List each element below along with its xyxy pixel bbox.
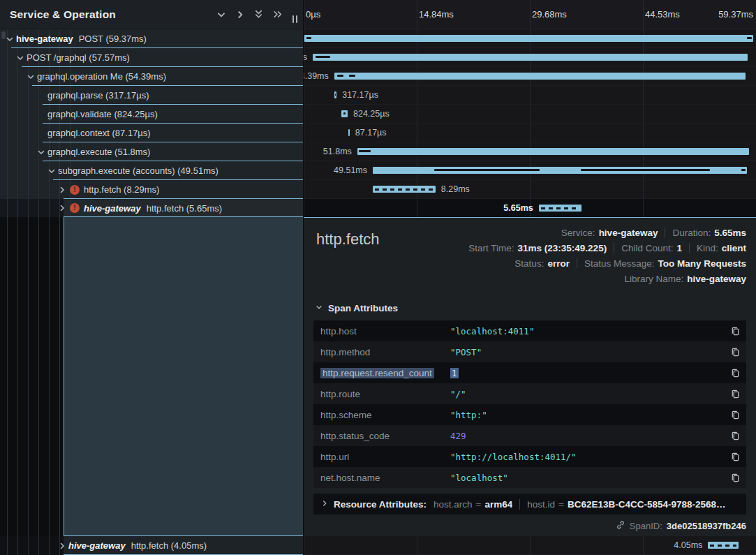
- attribute-key: http.request.resend_count: [320, 368, 434, 378]
- timeline-row[interactable]: 59.37ms: [304, 29, 756, 48]
- timeline-panel: 0µs14.84ms29.68ms44.53ms59.37ms 59.37ms5…: [304, 0, 756, 555]
- metadata-line: Status:errorStatus Message:Too Many Requ…: [514, 256, 746, 271]
- copy-icon[interactable]: [727, 473, 743, 483]
- attribute-key: net.host.name: [320, 473, 380, 483]
- tree-row[interactable]: !hive-gatewayhttp.fetch (5.65ms): [0, 199, 303, 217]
- tree-row[interactable]: graphql.execute (51.8ms): [0, 142, 303, 161]
- tree-row[interactable]: hive-gatewayPOST (59.37ms): [0, 29, 303, 48]
- span-bar[interactable]: [334, 91, 336, 98]
- copy-icon[interactable]: [727, 347, 743, 357]
- attribute-key: http.method: [320, 347, 370, 357]
- timeline-row[interactable]: 51.8ms: [304, 142, 756, 161]
- timeline-row[interactable]: 8.29ms: [304, 180, 756, 199]
- self-time-mark: [306, 37, 312, 39]
- metadata-label: Status Message:: [584, 258, 655, 269]
- metadata-label: Status:: [514, 258, 544, 269]
- span-name: subgraph.execute (accounts) (49.51ms): [58, 165, 218, 176]
- tree-row[interactable]: !http.fetch (8.29ms): [0, 180, 303, 199]
- span-attributes-header[interactable]: Span Attributes: [315, 303, 746, 313]
- resource-attributes-row[interactable]: Resource Attributes:host.arch=arm64host.…: [313, 494, 746, 515]
- double-chevron-down-icon[interactable]: [249, 6, 268, 24]
- span-bar[interactable]: [348, 129, 350, 136]
- copy-icon[interactable]: [727, 326, 743, 336]
- scrollbar-thumb[interactable]: [1, 31, 6, 39]
- timeline-row[interactable]: 54.39ms: [304, 67, 756, 86]
- link-icon[interactable]: [616, 520, 625, 532]
- tree-row[interactable]: POST /graphql (57.57ms): [0, 48, 303, 67]
- copy-icon[interactable]: [727, 368, 743, 378]
- tree-row[interactable]: graphql.context (87.17µs): [0, 124, 303, 142]
- timeline-row[interactable]: 5.65ms: [304, 199, 756, 217]
- error-icon: !: [70, 203, 80, 213]
- tree-row[interactable]: graphql.parse (317.17µs): [0, 86, 303, 105]
- timeline-row[interactable]: 824.25µs: [304, 105, 756, 124]
- double-chevron-right-icon[interactable]: [268, 6, 287, 24]
- tree-row[interactable]: graphql.validate (824.25µs): [0, 105, 303, 124]
- duration-label: 49.51ms: [334, 161, 367, 180]
- chevron-right-icon[interactable]: [57, 541, 67, 551]
- span-tree-panel: Service & Operation hive-gatewayPOST (59…: [0, 0, 303, 555]
- timeline-row[interactable]: 49.51ms: [304, 161, 756, 180]
- span-bar[interactable]: [373, 186, 436, 193]
- span-bar[interactable]: [373, 167, 747, 174]
- span-bar[interactable]: [313, 54, 748, 61]
- span-name: http.fetch (8.29ms): [84, 184, 159, 195]
- chevron-down-icon[interactable]: [36, 147, 46, 157]
- drag-handle[interactable]: [292, 15, 297, 23]
- span-name: graphql.validate (824.25µs): [47, 109, 158, 119]
- detail-header: http.fetch Service:hive-gatewayDuration:…: [313, 218, 746, 286]
- span-bar[interactable]: [539, 205, 581, 212]
- chevron-down-icon[interactable]: [47, 166, 57, 176]
- timeline-row[interactable]: 4.05ms: [304, 536, 756, 555]
- duration-label: 54.39ms: [304, 67, 329, 86]
- span-bar[interactable]: [334, 73, 746, 80]
- span-name: graphql.execute (51.8ms): [47, 147, 150, 157]
- self-time-mark: [316, 56, 330, 58]
- resource-divider: [519, 499, 520, 510]
- tree-row[interactable]: subgraph.execute (accounts) (49.51ms): [0, 161, 303, 180]
- indent-spacer: [36, 128, 46, 138]
- attribute-row: http.route"/": [313, 383, 746, 404]
- tree-row[interactable]: graphql.operation Me (54.39ms): [0, 67, 303, 86]
- timeline-row[interactable]: 57.57ms: [304, 48, 756, 67]
- resource-value: BC62E13B-C4CC-5854-9788-2568…: [568, 499, 726, 510]
- trace-viewer: Service & Operation hive-gatewayPOST (59…: [0, 0, 756, 555]
- span-bar[interactable]: [304, 35, 753, 42]
- tree-row[interactable]: hive-gatewayhttp.fetch (4.05ms): [0, 536, 303, 555]
- span-name: graphql.parse (317.17µs): [47, 90, 149, 101]
- self-time-mark: [343, 112, 346, 114]
- copy-icon[interactable]: [727, 389, 743, 399]
- metadata-line: Start Time:31ms (23:35:49.225)Child Coun…: [468, 240, 746, 256]
- chevron-right-icon[interactable]: [57, 185, 67, 195]
- self-time-mark: [349, 75, 355, 77]
- metadata-line: Library Name:hive-gateway: [624, 271, 746, 286]
- span-bar[interactable]: [341, 110, 348, 117]
- metadata-divider: [689, 243, 690, 253]
- chevron-down-icon[interactable]: [26, 72, 36, 82]
- chevron-right-icon[interactable]: [57, 203, 67, 213]
- span-bar[interactable]: [357, 148, 749, 155]
- attribute-value: "/": [450, 389, 727, 399]
- tree-rows: hive-gatewayPOST (59.37ms)POST /graphql …: [0, 29, 303, 199]
- attribute-key: http.route: [320, 389, 360, 399]
- metadata-line: Service:hive-gatewayDuration:5.65ms: [561, 225, 746, 240]
- chevron-right-icon[interactable]: [230, 6, 249, 24]
- metadata-divider: [614, 243, 614, 253]
- span-bar[interactable]: [708, 542, 739, 549]
- chevron-down-icon[interactable]: [212, 6, 230, 24]
- equals-sign: =: [558, 499, 564, 510]
- error-icon: !: [70, 185, 80, 195]
- attributes-table: http.host"localhost:4011"http.method"POS…: [313, 320, 746, 488]
- timeline-row[interactable]: 317.17µs: [304, 86, 756, 105]
- duration-label: 824.25µs: [353, 105, 390, 124]
- copy-icon[interactable]: [727, 431, 743, 441]
- chevron-down-icon[interactable]: [5, 34, 15, 44]
- timeline-row[interactable]: 87.17µs: [304, 124, 756, 142]
- span-tree: hive-gatewayPOST (59.37ms)POST /graphql …: [0, 29, 303, 555]
- copy-icon[interactable]: [727, 410, 743, 420]
- copy-icon[interactable]: [727, 452, 743, 462]
- span-name: http.fetch (4.05ms): [131, 540, 207, 551]
- duration-label: 51.8ms: [323, 142, 352, 161]
- chevron-down-icon[interactable]: [15, 53, 25, 63]
- self-time-mark: [581, 169, 710, 171]
